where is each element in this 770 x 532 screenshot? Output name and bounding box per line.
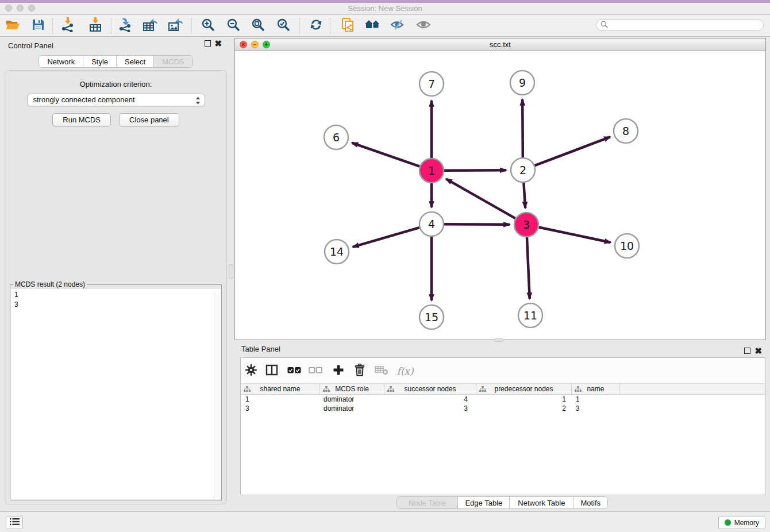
create-column-button[interactable] [330,363,347,380]
table-cell[interactable]: dominator [320,395,384,404]
close-panel-button[interactable]: Close panel [119,113,179,126]
table-cell[interactable]: 1 [476,395,572,404]
tab-motifs[interactable]: Motifs [573,497,607,509]
chevron-up-down-icon [195,96,201,105]
float-panel-icon[interactable] [205,40,211,47]
graph-node-4[interactable]: 4 [419,212,444,236]
deselect-all-button[interactable] [307,363,324,380]
new-network-from-selection-button[interactable] [338,17,357,35]
show-all-button[interactable] [414,17,433,35]
table-cell[interactable]: 3 [572,404,620,413]
table-cell[interactable]: 1 [241,395,320,404]
column-header-predecessor-nodes[interactable]: predecessor nodes [476,384,572,394]
table-cell[interactable]: 3 [241,404,320,413]
graph-edge-1-2[interactable] [444,170,506,171]
graph-node-9[interactable]: 9 [510,71,534,95]
zoom-out-button[interactable] [224,17,243,35]
graph-node-10[interactable]: 10 [615,234,639,258]
column-header-MCDS-role[interactable]: MCDS role [320,384,384,394]
tab-mcds[interactable]: MCDS [154,56,192,68]
delete-column-button[interactable] [351,363,368,380]
show-log-button[interactable] [6,516,23,529]
graph-node-2[interactable]: 2 [511,158,535,182]
column-header-successor-nodes[interactable]: successor nodes [384,384,476,394]
close-table-panel-icon[interactable]: ✖ [754,346,762,356]
table-cell[interactable]: 3 [384,404,476,413]
graph-node-6[interactable]: 6 [324,125,348,149]
graph-node-label: 4 [428,218,435,230]
graph-edge-1-6[interactable] [352,143,419,167]
import-network-button[interactable] [58,17,78,35]
float-table-panel-icon[interactable] [744,348,750,354]
network-canvas[interactable]: 7968124314101511 [235,51,765,340]
search-input[interactable] [608,21,754,29]
horizontal-split-handle[interactable] [494,338,503,342]
graph-node-1[interactable]: 1 [419,159,444,183]
graph-node-7[interactable]: 7 [419,72,444,96]
column-header-name[interactable]: name [572,384,620,394]
function-builder-button[interactable]: f(x) [394,363,417,380]
zoom-selected-button[interactable] [274,17,293,35]
plus-icon [333,364,344,378]
hide-selected-button[interactable] [388,17,407,35]
result-scrollbar[interactable] [214,293,220,499]
tree-icon [575,386,582,394]
import-table-button[interactable] [86,17,105,35]
table-settings-button[interactable] [242,363,260,380]
graph-edge-4-3[interactable] [444,224,510,225]
network-window-titlebar[interactable]: × − + scc.txt [235,38,765,51]
network-graph[interactable]: 7968124314101511 [235,51,765,340]
graph-edge-2-9[interactable] [522,99,523,157]
apply-layout-button[interactable] [306,17,326,35]
tab-node-table[interactable]: Node Table [397,497,459,509]
table-row[interactable]: 3dominator323 [241,404,765,413]
graph-node-label: 14 [330,245,344,258]
split-panel-button[interactable] [263,363,280,380]
graph-node-label: 9 [519,76,526,89]
graph-edge-3-1[interactable] [446,179,515,218]
tab-style[interactable]: Style [83,56,117,68]
graph-edge-3-10[interactable] [539,228,611,242]
mcds-result-list[interactable]: 1 3 [11,289,221,499]
graph-node-3[interactable]: 3 [514,213,538,237]
vertical-split-handle[interactable] [229,264,233,279]
tab-edge-table[interactable]: Edge Table [458,497,510,509]
graph-edge-4-14[interactable] [353,228,419,247]
first-neighbors-button[interactable] [363,17,382,35]
tab-select[interactable]: Select [117,56,154,68]
tab-network-table[interactable]: Network Table [510,497,573,509]
export-image-button[interactable] [165,17,185,35]
table-cell[interactable]: 4 [384,395,476,404]
column-header-shared-name[interactable]: shared name [241,384,320,394]
graph-node-11[interactable]: 11 [518,303,542,327]
import-table-icon [88,17,102,34]
zoom-in-icon [201,18,215,34]
tab-network[interactable]: Network [39,56,83,68]
graph-node-14[interactable]: 14 [325,240,349,264]
delete-table-button[interactable] [373,363,390,380]
close-panel-icon[interactable]: ✖ [214,38,222,49]
open-file-button[interactable] [3,17,22,35]
table-row[interactable]: 1dominator411 [241,395,765,404]
search-field[interactable] [596,19,764,31]
memory-button[interactable]: Memory [718,516,765,529]
table-cell[interactable]: 1 [572,395,620,404]
select-all-button[interactable] [286,363,303,380]
save-session-button[interactable] [28,17,48,35]
graph-edge-2-8[interactable] [535,137,610,165]
zoom-in-button[interactable] [198,17,218,35]
export-network-button[interactable] [116,17,135,35]
export-image-icon [168,17,183,34]
table-cell[interactable]: dominator [320,404,384,413]
graph-edge-3-11[interactable] [527,237,530,299]
graph-edge-2-3[interactable] [523,183,525,208]
criterion-select[interactable]: strongly connected component [27,94,205,106]
graph-node-15[interactable]: 15 [419,305,444,329]
run-mcds-button[interactable]: Run MCDS [52,113,111,126]
checked-checkboxes-icon [287,366,301,376]
graph-node-8[interactable]: 8 [614,119,638,143]
export-table-button[interactable] [140,17,160,35]
graph-node-label: 7 [428,78,435,90]
zoom-fit-button[interactable] [248,17,268,35]
table-cell[interactable]: 2 [476,404,572,413]
